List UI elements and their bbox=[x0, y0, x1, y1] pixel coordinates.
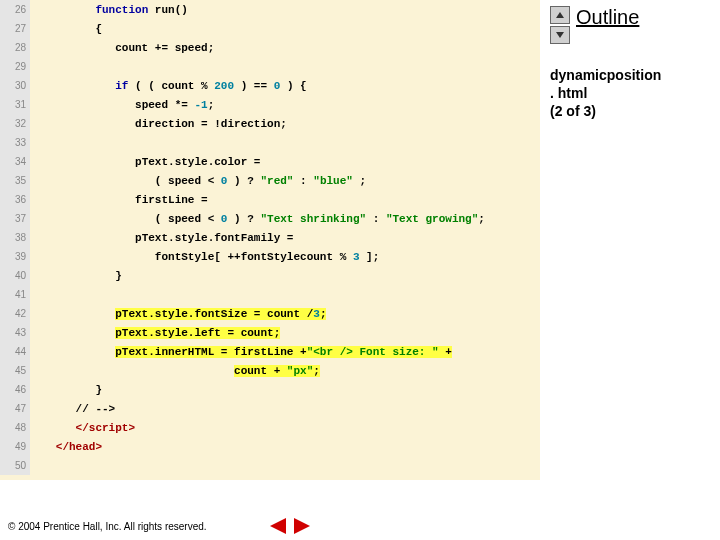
line-number: 42 bbox=[0, 304, 30, 323]
code-content: ( speed < 0 ) ? "red" : "blue" ; bbox=[30, 175, 366, 187]
next-slide-button[interactable] bbox=[292, 516, 312, 536]
sidebar: Outline dynamicposition . html (2 of 3) bbox=[544, 0, 720, 121]
line-number: 41 bbox=[0, 285, 30, 304]
code-line: 40 } bbox=[0, 266, 540, 285]
code-content: } bbox=[30, 270, 122, 282]
code-area: 26 function run()27 {28 count += speed;2… bbox=[0, 0, 540, 480]
code-line: 49 </head> bbox=[0, 437, 540, 456]
file-info: dynamicposition . html (2 of 3) bbox=[550, 66, 720, 121]
code-line: 28 count += speed; bbox=[0, 38, 540, 57]
code-line: 42 pText.style.fontSize = count /3; bbox=[0, 304, 540, 323]
line-number: 45 bbox=[0, 361, 30, 380]
svg-marker-3 bbox=[294, 518, 310, 534]
code-content: count + "px"; bbox=[30, 365, 320, 377]
code-line: 26 function run() bbox=[0, 0, 540, 19]
nav-up-button[interactable] bbox=[550, 6, 570, 24]
code-line: 46 } bbox=[0, 380, 540, 399]
svg-marker-1 bbox=[556, 32, 564, 38]
code-line: 27 { bbox=[0, 19, 540, 38]
line-number: 50 bbox=[0, 456, 30, 475]
file-name-2: . html bbox=[550, 84, 720, 102]
code-content: } bbox=[30, 384, 102, 396]
line-number: 26 bbox=[0, 0, 30, 19]
line-number: 28 bbox=[0, 38, 30, 57]
line-number: 33 bbox=[0, 133, 30, 152]
code-line: 38 pText.style.fontFamily = bbox=[0, 228, 540, 247]
code-content: </script> bbox=[30, 422, 135, 434]
line-number: 35 bbox=[0, 171, 30, 190]
line-number: 36 bbox=[0, 190, 30, 209]
code-content: // --> bbox=[30, 403, 115, 415]
code-line: 39 fontStyle[ ++fontStylecount % 3 ]; bbox=[0, 247, 540, 266]
code-line: 32 direction = !direction; bbox=[0, 114, 540, 133]
code-content: pText.style.fontFamily = bbox=[30, 232, 293, 244]
code-content: ( speed < 0 ) ? "Text shrinking" : "Text… bbox=[30, 213, 485, 225]
code-content: pText.style.left = count; bbox=[30, 327, 280, 339]
code-content: { bbox=[30, 23, 102, 35]
code-line: 48 </script> bbox=[0, 418, 540, 437]
code-content: firstLine = bbox=[30, 194, 208, 206]
code-line: 36 firstLine = bbox=[0, 190, 540, 209]
code-line: 45 count + "px"; bbox=[0, 361, 540, 380]
file-page: (2 of 3) bbox=[550, 102, 720, 120]
copyright-footer: © 2004 Prentice Hall, Inc. All rights re… bbox=[8, 521, 207, 532]
line-number: 32 bbox=[0, 114, 30, 133]
line-number: 34 bbox=[0, 152, 30, 171]
footer-nav bbox=[268, 516, 312, 536]
code-line: 35 ( speed < 0 ) ? "red" : "blue" ; bbox=[0, 171, 540, 190]
code-content: </head> bbox=[30, 441, 102, 453]
code-line: 37 ( speed < 0 ) ? "Text shrinking" : "T… bbox=[0, 209, 540, 228]
line-number: 39 bbox=[0, 247, 30, 266]
outline-link[interactable]: Outline bbox=[576, 6, 639, 29]
line-number: 44 bbox=[0, 342, 30, 361]
line-number: 38 bbox=[0, 228, 30, 247]
line-number: 27 bbox=[0, 19, 30, 38]
code-line: 50 bbox=[0, 456, 540, 475]
line-number: 31 bbox=[0, 95, 30, 114]
code-content: fontStyle[ ++fontStylecount % 3 ]; bbox=[30, 251, 379, 263]
code-line: 31 speed *= -1; bbox=[0, 95, 540, 114]
line-number: 49 bbox=[0, 437, 30, 456]
code-content: if ( ( count % 200 ) == 0 ) { bbox=[30, 80, 307, 92]
line-number: 43 bbox=[0, 323, 30, 342]
svg-marker-0 bbox=[556, 12, 564, 18]
line-number: 47 bbox=[0, 399, 30, 418]
code-line: 44 pText.innerHTML = firstLine +"<br /> … bbox=[0, 342, 540, 361]
code-content: function run() bbox=[30, 4, 188, 16]
copyright-text: © 2004 Prentice Hall, Inc. All rights re… bbox=[8, 521, 207, 532]
code-content: pText.innerHTML = firstLine +"<br /> Fon… bbox=[30, 346, 452, 358]
line-number: 37 bbox=[0, 209, 30, 228]
line-number: 40 bbox=[0, 266, 30, 285]
vertical-nav bbox=[550, 6, 570, 46]
code-line: 30 if ( ( count % 200 ) == 0 ) { bbox=[0, 76, 540, 95]
svg-marker-2 bbox=[270, 518, 286, 534]
code-line: 33 bbox=[0, 133, 540, 152]
line-number: 46 bbox=[0, 380, 30, 399]
line-number: 30 bbox=[0, 76, 30, 95]
code-content: pText.style.color = bbox=[30, 156, 260, 168]
nav-down-button[interactable] bbox=[550, 26, 570, 44]
line-number: 48 bbox=[0, 418, 30, 437]
code-line: 43 pText.style.left = count; bbox=[0, 323, 540, 342]
file-name-1: dynamicposition bbox=[550, 66, 720, 84]
code-content: count += speed; bbox=[30, 42, 214, 54]
code-line: 29 bbox=[0, 57, 540, 76]
code-content: direction = !direction; bbox=[30, 118, 287, 130]
code-line: 47 // --> bbox=[0, 399, 540, 418]
code-content: speed *= -1; bbox=[30, 99, 214, 111]
code-content: pText.style.fontSize = count /3; bbox=[30, 308, 326, 320]
code-line: 34 pText.style.color = bbox=[0, 152, 540, 171]
code-line: 41 bbox=[0, 285, 540, 304]
prev-slide-button[interactable] bbox=[268, 516, 288, 536]
line-number: 29 bbox=[0, 57, 30, 76]
